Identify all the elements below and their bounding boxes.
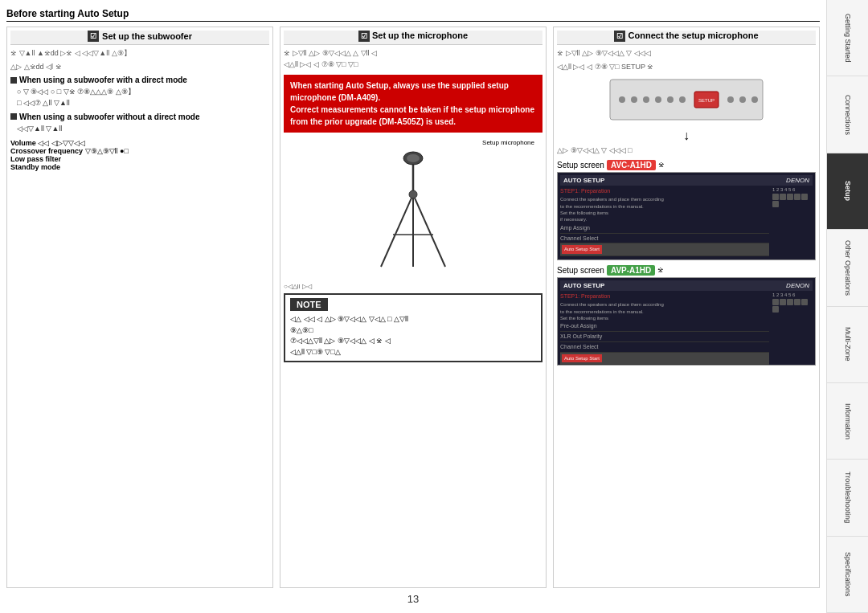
sidebar-tab-getting-started[interactable]: Getting Started xyxy=(827,0,868,76)
svg-point-6 xyxy=(407,154,420,162)
svg-line-0 xyxy=(381,194,413,267)
main-content: Before starting Auto Setup ☑ Set up the … xyxy=(0,0,826,613)
col1-icon: ☑ xyxy=(88,31,99,42)
dot12 xyxy=(772,306,779,313)
note-line2: ⑨△⑨□ xyxy=(290,325,536,337)
tripod-svg xyxy=(365,146,461,275)
dot2 xyxy=(780,194,786,200)
column-subwoofer: ☑ Set up the subwoofer ※ ▽▲ll ▲※dd ▷※ ◁ … xyxy=(6,27,273,588)
sidebar-tab-other-operations[interactable]: Other Operations xyxy=(827,230,868,306)
warning-box: When starting Auto Setup, always use the… xyxy=(284,75,542,133)
note-line1: ◁△ ◁◁ ◁ △▷ ⑨▽◁◁△ ▽◁△ □ △▽ll xyxy=(290,314,536,325)
volume-label: Volume xyxy=(10,139,36,147)
screen1-suffix: ※ xyxy=(658,161,665,169)
avp-badge: AVP-A1HD xyxy=(607,265,655,276)
sidebar-tab-multi-zone[interactable]: Multi-Zone xyxy=(827,307,868,383)
col1-section2-items: ◁◁▽▲ll ▽▲ll xyxy=(17,123,269,134)
sidebar-tab-information[interactable]: Information xyxy=(827,383,868,460)
screen1-menu1: Amp Assign xyxy=(560,223,769,234)
note-label: NOTE xyxy=(290,298,328,311)
screen1-desc3: Set the following items xyxy=(560,210,769,216)
setup-screen2-label: Setup screen xyxy=(557,266,604,275)
svg-point-7 xyxy=(409,190,417,198)
screen1-mockup: AUTO SETUP DENON STEP1: Preparation Conn… xyxy=(557,172,816,260)
screen1-menu3: Auto Setup Start xyxy=(560,243,769,255)
connector-diagram: SETUP xyxy=(557,76,816,125)
bullet1 xyxy=(10,77,17,84)
avc-badge: AVC-A1HD xyxy=(607,160,656,170)
col1-jp-line2: △▷ △※dd ◁l ※ xyxy=(10,62,269,73)
screen2-menu1: Pre-out Assign xyxy=(560,321,769,332)
page-number: 13 xyxy=(6,593,820,605)
screen1-topbar: AUTO SETUP DENON xyxy=(560,175,813,186)
col2-jp-lines: ※ ▷▽ll △▷ ⑨▽◁◁△ △ ▽ll ◁ ◁△ll ▷◁ ◁ ⑦⑧ ▽□ … xyxy=(284,48,542,70)
svg-point-12 xyxy=(655,96,661,103)
screen1-start: Start Auto Setup ● Enter ■ Cancel xyxy=(560,258,769,260)
screen2-numbers: 1 2 3 4 5 6 xyxy=(772,292,813,297)
col1-section1-items: ○ ▽ ⑨◁◁ ○ □ ▽※ ⑦⑧△△△⑨ △⑨】 □ ◁◁⑦ △ll ▽▲ll xyxy=(17,86,269,109)
dot5 xyxy=(801,194,808,200)
screen2-desc3: Set the following items xyxy=(560,315,769,321)
note-box: NOTE ◁△ ◁◁ ◁ △▷ ⑨▽◁◁△ ▽◁△ □ △▽ll ⑨△⑨□ ⑦◁… xyxy=(284,293,542,362)
screen2-title: AUTO SETUP xyxy=(563,282,604,289)
volume-row: Volume ◁◁ ◁▷▽▽◁◁ xyxy=(10,139,269,147)
col1-volume-area: Volume ◁◁ ◁▷▽▽◁◁ Crossover frequency ▽⑨△… xyxy=(10,139,269,171)
col1-section2-title: When using a subwoofer without a direct … xyxy=(10,112,269,121)
setup-screen1-label-area: Setup screen AVC-A1HD ※ xyxy=(557,160,816,170)
sidebar-tab-troubleshooting[interactable]: Troubleshooting xyxy=(827,460,868,536)
screen2-text: STEP1: Preparation Connect the speakers … xyxy=(560,292,769,366)
col3-jp1: ※ ▷▽ll △▷ ⑨▽◁◁△ ▽ ◁◁◁ xyxy=(557,48,816,59)
screen2-step: STEP1: Preparation xyxy=(560,292,769,300)
col1-section1-title: When using a subwoofer with a direct mod… xyxy=(10,76,269,84)
col2-header: ☑ Set up the microphone xyxy=(284,31,542,45)
dot7 xyxy=(772,299,779,305)
crossover-value: ▽⑨△⑨▽ll ●□ xyxy=(85,147,129,155)
screen2-menu3: Channel Select xyxy=(560,342,769,353)
arrow-down: ↓ xyxy=(557,129,816,143)
right-sidebar: Getting Started Connections Setup Other … xyxy=(826,0,868,613)
screen2-brand: DENON xyxy=(786,282,809,289)
bullet2 xyxy=(10,113,17,120)
microphone-image: Setup microphone xyxy=(284,139,542,276)
col3-icon: ☑ xyxy=(614,31,625,42)
screen2-desc2: to the recommendations in the manual. xyxy=(560,309,769,315)
col2-jp1: ※ ▷▽ll △▷ ⑨▽◁◁△ △ ▽ll ◁ xyxy=(284,48,542,59)
col3-jp2: ◁△ll ▷◁ ◁ ⑦⑧ ▽□ SETUP ※ xyxy=(557,62,816,73)
dot11 xyxy=(801,299,808,305)
screen2-menu2: XLR Out Polarity xyxy=(560,332,769,342)
screen1-desc1: Connect the speakers and place them acco… xyxy=(560,196,769,202)
speaker-dots1 xyxy=(772,194,813,207)
screen1-graphic: 1 2 3 4 5 6 xyxy=(772,187,813,260)
dot3 xyxy=(787,194,793,200)
crossover-row: Crossover frequency ▽⑨△⑨▽ll ●□ xyxy=(10,147,269,155)
col2-misc-text: ○◁△ll ▷◁ xyxy=(284,283,542,290)
col3-content: ※ ▷▽ll △▷ ⑨▽◁◁△ ▽ ◁◁◁ ◁△ll ▷◁ ◁ ⑦⑧ ▽□ SE… xyxy=(557,48,816,366)
note-line3: ⑦◁◁△▽ll △▷ ⑨▽◁◁△ ◁ ※ ◁ xyxy=(290,336,536,347)
sidebar-tab-specifications[interactable]: Specifications xyxy=(827,537,868,613)
screen2-mockup: AUTO SETUP DENON STEP1: Preparation Conn… xyxy=(557,277,816,366)
svg-point-18 xyxy=(739,96,746,103)
col3-step-text: △▷ ⑨▽◁◁△ ▽ ◁◁◁ □ xyxy=(557,145,816,157)
screen1-desc2: to the recommendations in the manual. xyxy=(560,203,769,210)
svg-point-19 xyxy=(751,96,758,103)
standby-label: Standby mode xyxy=(10,163,269,171)
auto-setup-btn2: Auto Setup Start xyxy=(562,354,602,362)
svg-line-1 xyxy=(413,194,445,267)
sidebar-tab-connections[interactable]: Connections xyxy=(827,76,868,153)
dot4 xyxy=(794,194,800,200)
three-columns: ☑ Set up the subwoofer ※ ▽▲ll ▲※dd ▷※ ◁ … xyxy=(6,27,820,588)
dot8 xyxy=(780,299,786,305)
column-connect: ☑ Connect the setup microphone ※ ▷▽ll △▷… xyxy=(553,27,820,588)
svg-point-11 xyxy=(643,96,649,103)
screen1-brand: DENON xyxy=(786,177,809,184)
sidebar-tab-setup[interactable]: Setup xyxy=(827,153,868,230)
col1-s1-item2: □ ◁◁⑦ △ll ▽▲ll xyxy=(17,97,269,108)
screen2-suffix: ※ xyxy=(657,266,664,274)
col1-header: ☑ Set up the subwoofer xyxy=(10,31,269,45)
dot1 xyxy=(772,194,779,200)
svg-point-10 xyxy=(631,96,637,103)
screen2-menu4: Auto Setup Start xyxy=(560,353,769,365)
column-microphone: ☑ Set up the microphone ※ ▷▽ll △▷ ⑨▽◁◁△ … xyxy=(280,27,547,588)
col1-s1-item1: ○ ▽ ⑨◁◁ ○ □ ▽※ ⑦⑧△△△⑨ △⑨】 xyxy=(17,86,269,97)
screen2-desc1: Connect the speakers and place them acco… xyxy=(560,301,769,308)
